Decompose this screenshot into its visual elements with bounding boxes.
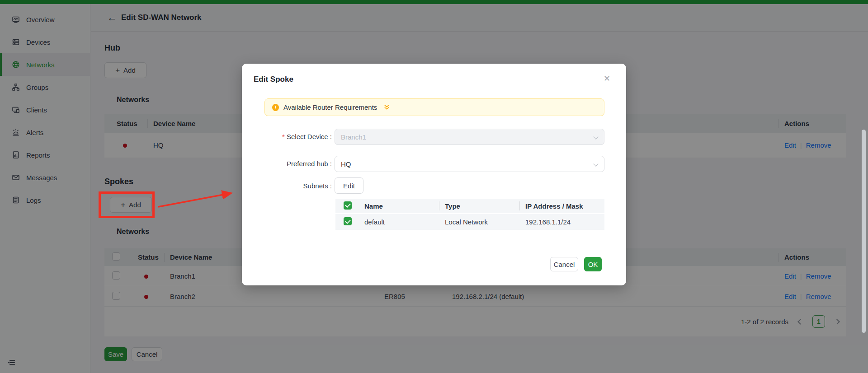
- annotation-highlight-rect: [99, 191, 155, 218]
- scrollbar[interactable]: [862, 130, 866, 333]
- modal-ok-button[interactable]: OK: [584, 257, 602, 271]
- subnets-edit-button[interactable]: Edit: [335, 177, 363, 194]
- modal-footer: Cancel OK: [550, 257, 602, 271]
- preferred-hub-dropdown[interactable]: HQ: [335, 156, 604, 172]
- preferred-hub-value: HQ: [341, 160, 351, 168]
- required-mark: *: [282, 133, 285, 140]
- subnets-table-header: Name Type IP Address / Mask: [335, 199, 604, 214]
- subnets-label: Subnets :: [242, 182, 332, 190]
- select-device-dropdown[interactable]: Branch1: [335, 129, 604, 145]
- select-device-value: Branch1: [341, 133, 366, 141]
- modal-title: Edit Spoke: [254, 75, 293, 84]
- banner-text: Available Router Requirements: [283, 103, 377, 111]
- subnets-col-type: Type: [445, 202, 525, 210]
- preferred-hub-label: Preferred hub :: [242, 160, 332, 168]
- close-icon[interactable]: ✕: [604, 75, 610, 83]
- annotation-arrow: [155, 187, 238, 212]
- subnet-ip: 192.168.1.1/24: [525, 218, 604, 226]
- subnet-select-all-checkbox[interactable]: [344, 201, 352, 210]
- subnet-row-checkbox[interactable]: [344, 217, 352, 225]
- subnets-col-name: Name: [364, 202, 445, 210]
- router-requirements-banner[interactable]: ! Available Router Requirements: [264, 98, 604, 116]
- select-device-label: *Select Device :: [242, 133, 332, 140]
- warning-icon: !: [272, 104, 279, 111]
- subnets-table: Name Type IP Address / Mask default Loca…: [335, 199, 604, 230]
- modal-cancel-button[interactable]: Cancel: [550, 257, 578, 271]
- screen: Overview Devices Networks Groups Clients…: [0, 0, 868, 373]
- subnets-table-row: default Local Network 192.168.1.1/24: [335, 214, 604, 230]
- edit-spoke-modal: Edit Spoke ✕ ! Available Router Requirem…: [242, 64, 626, 285]
- chevron-down-icon: [593, 161, 598, 166]
- subnet-name: default: [364, 218, 445, 226]
- subnet-type: Local Network: [445, 218, 525, 226]
- double-chevron-down-icon: [383, 104, 390, 111]
- chevron-down-icon: [593, 134, 598, 139]
- subnets-col-ip: IP Address / Mask: [525, 202, 604, 210]
